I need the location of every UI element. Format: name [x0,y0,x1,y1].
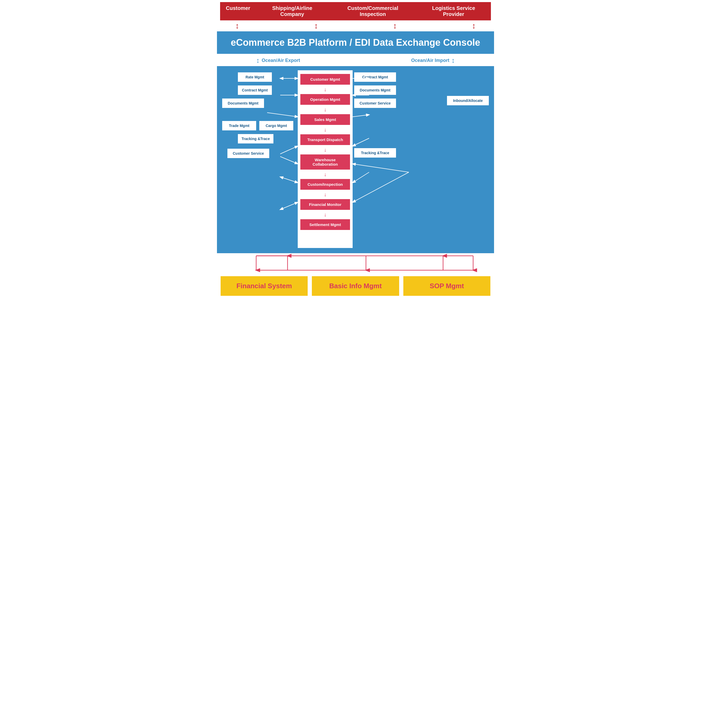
sales-mgmt-box: Sales Mgmt [300,114,350,125]
trade-mgmt-box: Trade Mgmt [222,121,256,130]
top-arrow-custom: ↕ [393,22,397,30]
top-arrow-logistics: ↕ [472,22,476,30]
arrow-down-3: ↓ [324,127,326,132]
left-panel: Rate Mgmt Contract Mgmt Documents Mgmt T… [221,70,298,248]
warehouse-collab-box: Warehouse Collaboration [300,155,350,169]
logistics-label: Logistics Service Provider [416,2,491,21]
customer-service-left-box: Customer Service [227,149,269,158]
tracking-trace-left-box: Tracking &Trace [238,134,273,143]
diagram-area: Rate Mgmt Contract Mgmt Documents Mgmt T… [217,66,494,253]
bottom-arrows-area [217,253,494,274]
customer-service-right-box: Customer Service [354,99,396,108]
ocean-import-label: Ocean/Air Import ↕ [411,56,455,65]
financial-monitor-box: Financial Monitor [300,199,350,210]
arrow-down-5: ↓ [324,172,326,177]
custom-label: Custom/Commercial Inspection [329,2,416,21]
arrow-down-6: ↓ [324,192,326,197]
settlement-mgmt-box: Settlement Mgmt [300,219,350,230]
transport-dispatch-box: Transport Dispatch [300,134,350,145]
basic-info-box: Basic Info Mgmt [312,276,399,296]
ocean-export-arrow: ↕ [256,56,260,65]
cargo-mgmt-box: Cargo Mgmt [259,121,293,130]
ocean-export-label: ↕ Ocean/Air Export [256,56,300,65]
bottom-boxes: Financial System Basic Info Mgmt SOP Mgm… [217,274,494,301]
ocean-import-arrow: ↕ [451,56,455,65]
bottom-arrows-svg [222,253,489,274]
arrow-down-7: ↓ [324,212,326,217]
center-panel: Customer Mgmt ↓ Operation Mgmt ↓ Sales M… [298,70,353,248]
arrow-down-1: ↓ [324,87,326,92]
documents-mgmt-left-box: Documents Mgmt [222,99,264,108]
documents-mgmt-right-box: Documents Mgmt [354,85,396,95]
right-panel: Contract Mgmt Documents Mgmt Customer Se… [353,70,490,248]
customer-label: Customer [220,2,255,21]
top-arrow-customer: ↕ [235,22,239,30]
contract-mgmt-left-box: Contract Mgmt [238,85,272,95]
contract-mgmt-right-box: Contract Mgmt [354,72,396,82]
tracking-trace-right-box: Tracking &Trace [354,148,396,158]
main-title: eCommerce B2B Platform / EDI Data Exchan… [217,31,494,54]
sop-mgmt-box: SOP Mgmt [403,276,490,296]
financial-system-box: Financial System [221,276,308,296]
custom-inspection-box: Custom/Inspection [300,179,350,190]
shipping-label: Shipping/Airline Company [255,2,329,21]
rate-mgmt-box: Rate Mgmt [238,72,272,82]
top-arrow-shipping: ↕ [314,22,318,30]
customer-mgmt-box: Customer Mgmt [300,74,350,85]
arrow-down-2: ↓ [324,107,326,112]
operation-mgmt-box: Operation Mgmt [300,94,350,105]
inbound-allocate-box: Inbound/Allocate [447,96,489,105]
arrow-down-4: ↓ [324,147,326,152]
